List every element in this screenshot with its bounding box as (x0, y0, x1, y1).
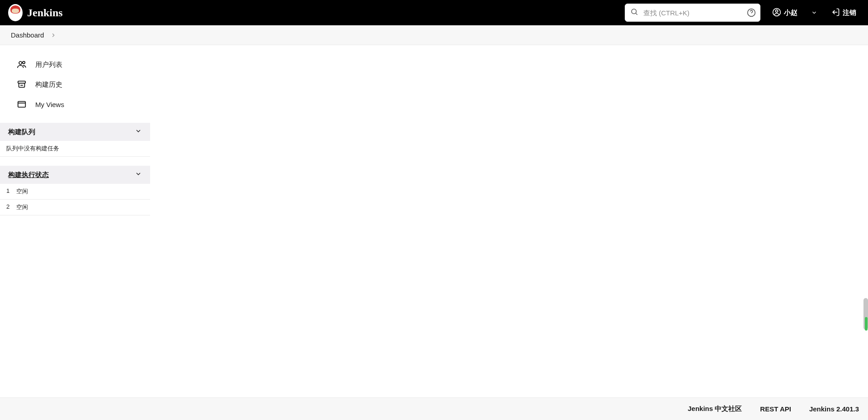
search-icon (630, 8, 638, 18)
executor-status: 空闲 (16, 203, 28, 211)
footer: Jenkins 中文社区 REST API Jenkins 2.401.3 (0, 397, 868, 420)
build-queue-panel: 构建队列 队列中没有构建任务 (0, 123, 150, 157)
sidebar: 用户列表 构建历史 My Views 构建队列 队列中没有构建任务 (0, 45, 150, 397)
build-queue-empty-text: 队列中没有构建任务 (0, 141, 150, 157)
executor-status: 空闲 (16, 187, 28, 196)
sidebar-item-label: 构建历史 (35, 80, 62, 89)
app-name: Jenkins (27, 7, 63, 19)
jenkins-logo-icon (8, 4, 23, 21)
sidebar-item-label: 用户列表 (35, 61, 62, 69)
window-icon (16, 99, 27, 109)
executor-header[interactable]: 构建执行状态 (0, 166, 150, 184)
svg-point-0 (632, 9, 637, 14)
search-container (625, 4, 760, 22)
svg-point-8 (23, 61, 25, 64)
executor-title[interactable]: 构建执行状态 (8, 171, 49, 179)
executor-row: 2 空闲 (0, 200, 150, 215)
logout-link[interactable]: 注销 (827, 5, 860, 21)
build-queue-header[interactable]: 构建队列 (0, 123, 150, 141)
executor-number: 1 (6, 187, 11, 196)
svg-rect-11 (18, 102, 26, 107)
footer-community-link[interactable]: Jenkins 中文社区 (688, 405, 742, 413)
main-content (150, 45, 868, 397)
breadcrumb-dashboard[interactable]: Dashboard (8, 29, 47, 41)
build-queue-title: 构建队列 (8, 128, 35, 136)
user-name: 小赵 (784, 9, 797, 17)
svg-point-7 (19, 61, 22, 64)
sidebar-item-label: My Views (35, 101, 64, 108)
footer-version-link[interactable]: Jenkins 2.401.3 (809, 405, 859, 413)
chevron-down-icon (135, 170, 142, 179)
archive-icon (16, 79, 27, 89)
logout-icon (831, 8, 840, 18)
search-input[interactable] (625, 4, 760, 22)
breadcrumb-context-toggle[interactable] (50, 32, 57, 38)
user-avatar-icon (772, 8, 781, 18)
logout-label: 注销 (843, 9, 856, 17)
chevron-right-icon (50, 32, 57, 38)
user-menu-toggle[interactable] (809, 8, 819, 18)
footer-rest-api-link[interactable]: REST API (760, 405, 791, 413)
svg-line-1 (636, 13, 637, 14)
jenkins-logo-link[interactable]: Jenkins (8, 4, 63, 21)
chevron-down-icon (135, 127, 142, 136)
people-icon (16, 60, 27, 70)
executor-number: 2 (6, 203, 11, 211)
chevron-down-icon (811, 9, 817, 16)
sidebar-item-people[interactable]: 用户列表 (3, 55, 147, 74)
help-icon[interactable] (747, 8, 756, 17)
page-header: Jenkins 小赵 注销 (0, 0, 868, 25)
scrollbar[interactable] (863, 298, 868, 330)
sidebar-item-build-history[interactable]: 构建历史 (3, 75, 147, 94)
svg-point-5 (775, 9, 778, 12)
svg-rect-9 (18, 81, 26, 84)
executor-row: 1 空闲 (0, 184, 150, 200)
sidebar-item-my-views[interactable]: My Views (3, 95, 147, 114)
user-menu-link[interactable]: 小赵 (769, 5, 801, 21)
executor-panel: 构建执行状态 1 空闲 2 空闲 (0, 166, 150, 215)
breadcrumb-bar: Dashboard (0, 25, 868, 45)
